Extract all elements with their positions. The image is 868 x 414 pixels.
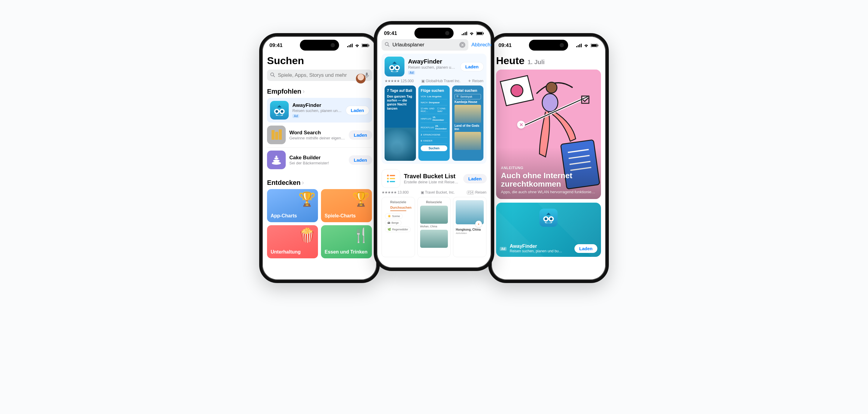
svg-point-19 — [273, 160, 280, 162]
svg-point-65 — [550, 217, 553, 220]
chevron-right-icon: › — [302, 179, 304, 187]
app-row-awayfinder[interactable]: AwayFinder Reisen suchen, planen und buc… — [267, 98, 372, 123]
load-button[interactable]: Laden — [346, 106, 369, 115]
screenshot-carousel[interactable]: 7 Tage auf Bali Den ganzen Tag surfen — … — [384, 85, 484, 161]
svg-rect-24 — [465, 32, 466, 35]
clear-search-icon[interactable]: ✕ — [459, 42, 465, 48]
app-icon-awayfinder — [384, 57, 404, 76]
load-button[interactable]: Laden — [349, 156, 372, 164]
svg-point-33 — [391, 66, 393, 69]
popcorn-icon: 🍿 — [299, 227, 315, 243]
story-eyebrow: ANLEITUNG — [501, 166, 596, 170]
discover-header[interactable]: Entdecken › — [267, 179, 372, 187]
cancel-button[interactable]: Abbrechen — [471, 42, 491, 48]
status-icons — [347, 44, 370, 47]
page-title: Suchen — [267, 55, 372, 67]
svg-point-20 — [274, 158, 278, 159]
app-title: Word Search — [289, 130, 345, 136]
svg-rect-47 — [598, 44, 598, 46]
status-time: 09:41 — [384, 30, 397, 36]
discover-card-entertainment[interactable]: 🍿Unterhaltung — [267, 225, 318, 258]
star-rating-icon: ★★★★★ — [384, 79, 400, 83]
screenshot-2: Flüge suchen VON Los Angeles NACH Denpas… — [418, 85, 450, 161]
discover-card-gamecharts[interactable]: 🏆Spiele-Charts — [321, 189, 372, 222]
svg-rect-27 — [477, 32, 482, 35]
status-time: 09:41 — [270, 42, 282, 48]
app-title: AwayFinder — [408, 58, 457, 65]
svg-rect-44 — [581, 44, 582, 47]
svg-point-37 — [387, 178, 389, 179]
today-app-strip[interactable]: Ad AwayFinder Reisen suchen, planen und … — [496, 203, 601, 257]
app-subtitle: Sei der Bäckermeister! — [289, 161, 345, 165]
app-subtitle: Gewinne mithilfe deiner eigene… — [289, 136, 345, 140]
svg-rect-2 — [350, 44, 351, 47]
load-button[interactable]: Laden — [575, 244, 597, 253]
wifi-icon — [584, 44, 589, 47]
ad-badge: Ad — [292, 114, 299, 118]
app-icon-cakebuilder — [267, 150, 286, 169]
dynamic-island — [300, 40, 339, 50]
app-row-wordsearch[interactable]: Word Search Gewinne mithilfe deiner eige… — [267, 123, 372, 147]
screenshot-2: Reiseziele Wuhan, China — [417, 197, 451, 257]
discover-card-appcharts[interactable]: 🏆App-Charts — [267, 189, 318, 222]
search-field[interactable]: ✕ — [381, 39, 468, 50]
app-icon-travelbucket — [381, 169, 400, 188]
cutlery-icon: 🍴 — [352, 227, 370, 243]
svg-rect-25 — [466, 32, 467, 35]
dynamic-island — [529, 40, 568, 50]
svg-rect-3 — [352, 44, 352, 47]
svg-point-13 — [276, 110, 278, 113]
phone-search-results-screen: 09:41 ✕ Abbrechen — [374, 21, 494, 271]
profile-avatar[interactable] — [355, 73, 366, 84]
ad-badge: Ad — [408, 71, 415, 75]
load-button[interactable]: Laden — [349, 131, 372, 139]
app-title: AwayFinder — [292, 102, 342, 108]
svg-rect-0 — [347, 46, 348, 47]
developer-icon: ▣ — [421, 190, 424, 195]
search-input[interactable] — [277, 72, 362, 78]
battery-icon — [362, 44, 370, 47]
date-label: 1. Juli — [527, 59, 545, 66]
dynamic-island — [414, 28, 454, 39]
svg-point-64 — [545, 217, 547, 220]
search-result-travelbucket[interactable]: Travel Bucket List Erstelle deine Liste … — [381, 169, 487, 257]
svg-point-21 — [276, 156, 277, 158]
app-icon-awayfinder — [270, 101, 289, 119]
svg-rect-28 — [483, 33, 484, 34]
cellular-icon — [462, 32, 467, 35]
svg-rect-9 — [366, 73, 368, 76]
trophy-icon: 🏆 — [299, 191, 315, 207]
status-icons — [576, 44, 598, 47]
close-icon[interactable]: ✕ — [517, 121, 525, 129]
app-subtitle: Erstelle deine Liste mit Reisez… — [404, 180, 460, 184]
search-result-awayfinder[interactable]: AwayFinder Reisen suchen, planen und bu…… — [381, 54, 487, 164]
svg-line-8 — [273, 76, 275, 77]
app-meta-line: ★★★★★ 13.800 ▣ Travel Bucket, Inc. #14 R… — [381, 190, 487, 195]
app-icon-wordsearch — [267, 126, 286, 144]
svg-rect-41 — [576, 46, 577, 47]
discover-card-food[interactable]: 🍴Essen und Trinken — [321, 225, 372, 258]
screenshot-carousel[interactable]: Reiseziele Durchsuchen ☀️ Sonne 🏔 Berge … — [381, 197, 487, 257]
app-title: Travel Bucket List — [404, 173, 460, 180]
cellular-icon — [347, 44, 352, 47]
phone-search-screen: 09:41 Suchen Empfohlen › — [259, 33, 380, 283]
search-input[interactable] — [392, 41, 457, 48]
cellular-icon — [576, 44, 582, 47]
plane-icon: ✈ — [468, 79, 471, 83]
today-story-card[interactable]: ✕ ANLEITUNG Auch ohne Internet zurechtko… — [496, 70, 601, 199]
app-meta-line: ★★★★★ 125.000 ▣ GlobalHub Travel Inc. ✈ … — [384, 79, 484, 83]
app-title: AwayFinder — [510, 244, 571, 249]
svg-rect-17 — [279, 130, 282, 140]
load-button[interactable]: Laden — [461, 62, 484, 71]
svg-rect-36 — [390, 175, 395, 176]
load-button[interactable]: Laden — [464, 174, 487, 183]
app-row-cakebuilder[interactable]: Cake Builder Sei der Bäckermeister! Lade… — [267, 147, 372, 172]
svg-rect-1 — [349, 45, 350, 47]
svg-rect-43 — [579, 44, 580, 47]
recommended-header[interactable]: Empfohlen › — [267, 88, 372, 96]
app-subtitle: Reisen suchen, planen und buc… — [292, 108, 342, 113]
battery-icon — [591, 44, 598, 47]
svg-rect-38 — [390, 178, 395, 179]
status-time: 09:41 — [498, 42, 512, 48]
svg-rect-22 — [462, 34, 463, 35]
